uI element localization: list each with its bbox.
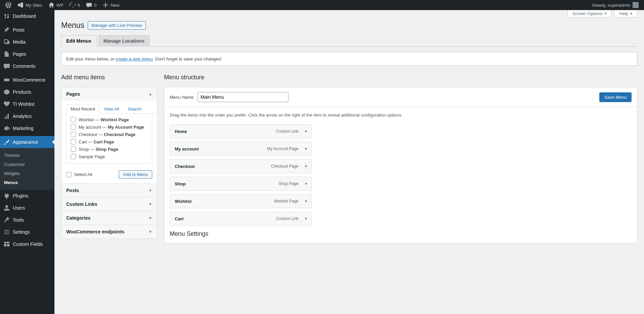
page-check-item[interactable]: My account — My Account Page — [71, 124, 148, 130]
expand-item-icon[interactable]: ▼ — [304, 199, 308, 203]
svg-rect-0 — [4, 79, 9, 81]
tab-edit-menus[interactable]: Edit Menus — [61, 35, 96, 47]
sidebar-item-marketing[interactable]: Marketing — [0, 122, 54, 134]
sidebar-item-settings[interactable]: Settings — [0, 226, 54, 238]
submenu-menus[interactable]: Menus — [0, 178, 54, 187]
expand-item-icon[interactable]: ▼ — [304, 129, 308, 133]
help-toggle[interactable]: Help ▼ — [614, 10, 637, 17]
accordion-pages-header[interactable]: Pages▲ — [62, 87, 157, 101]
page-title: Menus — [61, 21, 84, 30]
expand-item-icon[interactable]: ▼ — [304, 164, 308, 168]
layout-icon — [3, 241, 10, 248]
sidebar-item-comments[interactable]: Comments — [0, 60, 54, 72]
chart-bar-icon — [3, 113, 10, 120]
menu-item[interactable]: ShopShop Page▼ — [170, 177, 312, 191]
drag-instructions: Drag the items into the order you prefer… — [170, 113, 632, 118]
triangle-down-icon: ▼ — [149, 216, 152, 220]
page-check-item[interactable]: Sample Page — [71, 154, 148, 159]
triangle-down-icon: ▼ — [630, 12, 633, 15]
adminbar-updates-count: 6 — [78, 3, 80, 8]
sidebar-item-pages[interactable]: Pages — [0, 48, 54, 60]
add-menu-items-heading: Add menu items — [61, 74, 157, 81]
sidebar-item-users[interactable]: Users — [0, 202, 54, 214]
pages-tab-recent[interactable]: Most Recent — [66, 104, 99, 114]
page-icon — [3, 51, 10, 57]
brush-icon — [3, 139, 10, 145]
page-check-item[interactable]: Cart — Cart Page — [71, 139, 148, 144]
submenu-themes[interactable]: Themes — [0, 151, 54, 160]
menu-settings-heading: Menu Settings — [170, 230, 632, 237]
sidebar-item-posts[interactable]: Posts — [0, 24, 54, 36]
expand-item-icon[interactable]: ▼ — [304, 217, 308, 221]
page-check-item[interactable]: Wishlist — Wishlist Page — [71, 117, 148, 122]
sliders-icon — [3, 229, 10, 235]
create-menu-link[interactable]: create a new menu — [116, 56, 153, 61]
sidebar-item-tools[interactable]: Tools — [0, 214, 54, 226]
menu-item[interactable]: WishlistWishlist Page▼ — [170, 194, 312, 208]
menu-edit-frame: Menu Name Save Menu Drag the items into … — [164, 87, 637, 243]
adminbar-updates[interactable]: 6 — [67, 0, 83, 10]
sidebar-item-custom-fields[interactable]: Custom Fields — [0, 238, 54, 250]
adminbar-user[interactable]: Howdy, superadmin — [590, 0, 641, 10]
accordion-woo-endpoints-header[interactable]: WooCommerce endpoints▼ — [62, 225, 157, 238]
avatar — [633, 2, 639, 8]
sidebar-item-media[interactable]: Media — [0, 36, 54, 48]
save-menu-button[interactable]: Save Menu — [599, 92, 632, 102]
page-checkbox[interactable] — [71, 132, 76, 137]
menu-item[interactable]: HomeCustom Link▼ — [170, 124, 312, 138]
menu-item[interactable]: My accountMy Account Page▼ — [170, 142, 312, 156]
triangle-down-icon: ▼ — [149, 188, 152, 192]
screen-options-toggle[interactable]: Screen Options ▼ — [567, 10, 612, 17]
adminbar-comments[interactable]: 0 — [83, 0, 99, 10]
menu-structure-heading: Menu structure — [164, 74, 637, 81]
sidebar-item-label: Posts — [13, 27, 25, 33]
sidebar-item-label: TI Wishlist — [13, 101, 35, 107]
sidebar-item-analytics[interactable]: Analytics — [0, 110, 54, 122]
plus-icon — [103, 2, 109, 8]
page-check-item[interactable]: Shop — Shop Page — [71, 146, 148, 152]
expand-item-icon[interactable]: ▼ — [304, 182, 308, 186]
update-icon — [70, 2, 76, 8]
sidebar-item-woocommerce[interactable]: WooCommerce — [0, 74, 54, 86]
select-all[interactable]: Select All — [66, 172, 92, 177]
tab-manage-locations[interactable]: Manage Locations — [98, 35, 150, 47]
adminbar-my-sites[interactable]: My Sites — [15, 0, 45, 10]
expand-item-icon[interactable]: ▼ — [304, 147, 308, 151]
menu-item[interactable]: CartCustom Link▼ — [170, 212, 312, 226]
sidebar-item-appearance[interactable]: Appearance — [0, 136, 54, 148]
page-checkbox[interactable] — [71, 146, 76, 152]
sidebar-item-label: Dashboard — [13, 13, 36, 19]
pages-tab-search[interactable]: Search — [123, 104, 146, 114]
menu-name-input[interactable] — [198, 92, 288, 102]
accordion-posts-header[interactable]: Posts▼ — [62, 184, 157, 197]
select-all-checkbox[interactable] — [66, 172, 72, 177]
accordion-pages: Pages▲ Most Recent View All Search Wishl… — [62, 87, 157, 184]
sidebar-item-dashboard[interactable]: Dashboard — [0, 10, 54, 22]
sidebar-item-label: Appearance — [13, 139, 38, 145]
sidebar-item-label: Tools — [13, 217, 24, 223]
add-to-menu-button[interactable]: Add to Menu — [119, 170, 152, 179]
manage-live-preview-button[interactable]: Manage with Live Preview — [88, 21, 146, 30]
adminbar-howdy: Howdy, superadmin — [592, 3, 631, 8]
sidebar-item-label: Pages — [13, 51, 26, 57]
accordion-categories-header[interactable]: Categories▼ — [62, 211, 157, 225]
page-checkbox[interactable] — [71, 124, 76, 130]
accordion-custom-links-header[interactable]: Custom Links▼ — [62, 197, 157, 211]
sidebar-item-label: WooCommerce — [13, 77, 45, 83]
adminbar-wp-logo[interactable] — [3, 0, 14, 10]
page-checkbox[interactable] — [71, 117, 76, 122]
menu-item[interactable]: CheckoutCheckout Page▼ — [170, 159, 312, 173]
sidebar-item-wishlist[interactable]: TI Wishlist — [0, 98, 54, 110]
submenu-customize[interactable]: Customize — [0, 160, 54, 169]
sidebar-item-products[interactable]: Products — [0, 86, 54, 98]
pages-tab-viewall[interactable]: View All — [99, 104, 123, 114]
adminbar-site-name[interactable]: WP — [46, 0, 66, 10]
submenu-widgets[interactable]: Widgets — [0, 169, 54, 178]
adminbar-new[interactable]: New — [100, 0, 122, 10]
home-icon — [48, 2, 54, 8]
page-check-item[interactable]: Checkout — Checkout Page — [71, 132, 148, 137]
page-checkbox[interactable] — [71, 139, 76, 144]
sidebar-item-plugins[interactable]: Plugins — [0, 190, 54, 202]
multisite-icon — [17, 2, 24, 8]
page-checkbox[interactable] — [71, 154, 76, 159]
